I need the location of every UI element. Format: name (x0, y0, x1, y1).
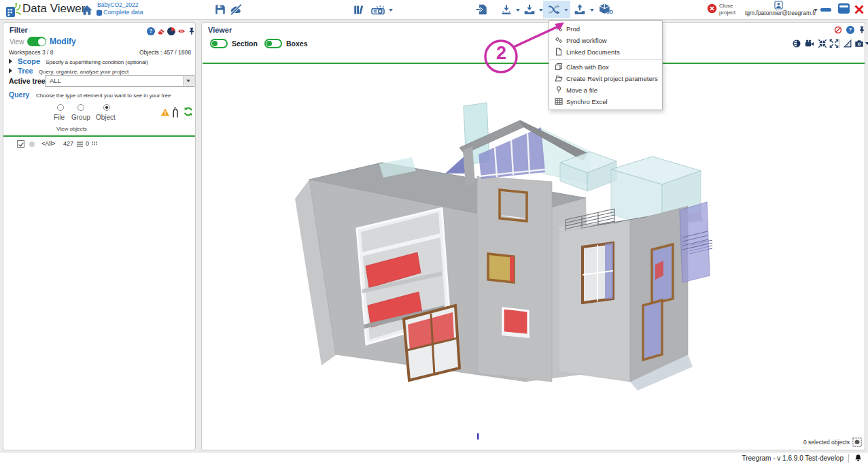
tree-row-checkbox[interactable] (17, 140, 24, 148)
close-project-icon[interactable] (707, 3, 717, 14)
list-icon[interactable] (77, 142, 83, 147)
tree-row-zero: 0 (86, 140, 89, 147)
filter-divider-line (3, 135, 195, 137)
user-email[interactable]: tgm.fpatonnier@treegram.fr (745, 10, 813, 16)
eraser-icon[interactable] (157, 27, 165, 35)
scope-label: Scope (18, 57, 40, 65)
transfer-dropdown-menu: Prod Prod workflow Linked Documents Clas… (549, 20, 663, 110)
app-logo-icon (5, 2, 21, 18)
download-icon[interactable] (523, 3, 536, 16)
radio-object-label[interactable]: Object (96, 114, 116, 121)
save-icon[interactable] (214, 3, 226, 16)
cloud-sync-off-icon[interactable] (229, 3, 243, 16)
box-icon (555, 63, 563, 71)
screenshot-camera-icon[interactable] (854, 39, 864, 48)
menu-item-clash-with-box[interactable]: Clash with Box (549, 61, 662, 73)
tree-section-header[interactable]: Tree Query, organize, analyse your proje… (9, 67, 128, 75)
pin-outline-icon (555, 86, 563, 94)
boxes-toggle[interactable] (264, 39, 282, 48)
user-icon[interactable] (774, 1, 783, 10)
import-file-icon[interactable] (476, 3, 488, 16)
viewer-pin-icon[interactable] (858, 26, 866, 34)
pin-icon[interactable] (188, 27, 196, 35)
projector-dropdown-caret[interactable] (389, 9, 393, 12)
window-minimize-button[interactable] (820, 8, 831, 12)
upload-caret[interactable] (590, 9, 594, 12)
import-options-caret[interactable] (516, 9, 520, 12)
orbit-view-icon[interactable] (792, 39, 801, 48)
project-subtitle[interactable]: Complete data (103, 9, 143, 16)
filter-panel-title: Filter (10, 26, 28, 34)
selection-cube-icon (852, 437, 862, 447)
cogs-icon (555, 24, 563, 33)
section-toggle[interactable] (210, 39, 228, 48)
cogs-icon (555, 36, 563, 44)
table-icon (555, 97, 563, 105)
menu-item-prod-workflow[interactable]: Prod workflow (549, 35, 662, 46)
transfer-icon[interactable] (546, 3, 561, 16)
project-name[interactable]: BabyCO2_2022 (97, 1, 139, 8)
tree-fork-icon[interactable] (170, 105, 181, 118)
tree-hint: Query, organize, analyse your project (39, 69, 128, 75)
scope-hint: Specify a superfiltering condition (opti… (46, 59, 148, 65)
home-icon[interactable] (81, 4, 93, 16)
menu-item-move-a-file[interactable]: Move a file (549, 84, 662, 96)
pie-chart-icon[interactable] (167, 27, 175, 35)
grid-dots-icon[interactable] (92, 142, 98, 147)
screenshot-caret[interactable] (865, 42, 868, 45)
refresh-icon[interactable] (183, 106, 194, 117)
objects-count: Objects : 457 / 1808 (139, 49, 191, 56)
upload-icon[interactable] (574, 3, 586, 16)
close-project-button[interactable]: Close project (719, 3, 735, 16)
library-icon[interactable] (353, 3, 365, 16)
radio-file-label[interactable]: File (54, 114, 65, 121)
view-objects-label: View objects (56, 126, 87, 132)
warning-icon (160, 107, 170, 117)
user-menu-caret[interactable] (814, 9, 818, 12)
database-icon (96, 10, 103, 16)
view-modify-toggle[interactable] (27, 37, 46, 46)
filter-panel: Filter ? View Modify Workspaces 3 / 8 Ob… (3, 22, 196, 450)
scope-section-header[interactable]: Scope Specify a superfiltering condition… (9, 57, 148, 65)
tree-row-status-dot (29, 142, 35, 147)
expand-view-icon[interactable] (829, 39, 839, 48)
select-caret[interactable] (183, 76, 193, 86)
menu-item-prod[interactable]: Prod (549, 23, 662, 35)
menu-separator (550, 59, 661, 60)
toolbar-divider (839, 39, 840, 48)
menu-item-synchro-excel[interactable]: Synchro Excel (549, 96, 662, 107)
query-label: Query (9, 90, 29, 99)
radio-group[interactable] (77, 104, 84, 111)
window-maximize-button[interactable] (838, 3, 850, 14)
scope-expand-arrow[interactable] (9, 59, 12, 64)
collapse-view-icon[interactable] (818, 39, 827, 48)
building-3d-model (271, 74, 719, 442)
radio-group-label[interactable]: Group (71, 114, 90, 121)
active-tree-select[interactable]: ALL (46, 75, 194, 87)
transfer-caret[interactable] (564, 9, 568, 12)
video-camera-icon[interactable] (804, 39, 815, 48)
measure-set-square-icon[interactable] (843, 39, 852, 48)
modify-label: Modify (50, 37, 76, 46)
query-hint: Choose the type of element you want to s… (36, 93, 171, 99)
projector-icon[interactable] (370, 3, 385, 16)
menu-item-create-revit-parameters[interactable]: Create Revit project parameters (549, 73, 662, 84)
import-options-icon[interactable] (500, 3, 513, 16)
window-close-button[interactable] (854, 4, 865, 15)
radio-file[interactable] (57, 104, 64, 111)
tree-expand-arrow[interactable] (9, 68, 12, 73)
view-label: View (10, 38, 24, 46)
top-bar: Data Viewer BabyCO2_2022 Complete data (0, 0, 868, 20)
tree-row-label[interactable]: <All> (41, 140, 56, 147)
radio-object[interactable] (103, 104, 110, 111)
app-version-text: Treegram - v 1.6.9.0 Test-develop (742, 454, 844, 462)
boxes-toggle-label: Boxes (286, 39, 308, 48)
model-3d-viewport[interactable] (203, 64, 865, 449)
menu-item-linked-documents[interactable]: Linked Documents (549, 46, 662, 58)
notifications-bell-icon[interactable] (854, 454, 863, 463)
filter-help-icon[interactable]: ? (147, 27, 155, 35)
app-title: Data Viewer (22, 2, 85, 16)
eye-icon[interactable] (177, 27, 186, 35)
viewer-help-icon[interactable]: ? (846, 26, 854, 34)
tree-row-count: 427 (63, 140, 73, 147)
